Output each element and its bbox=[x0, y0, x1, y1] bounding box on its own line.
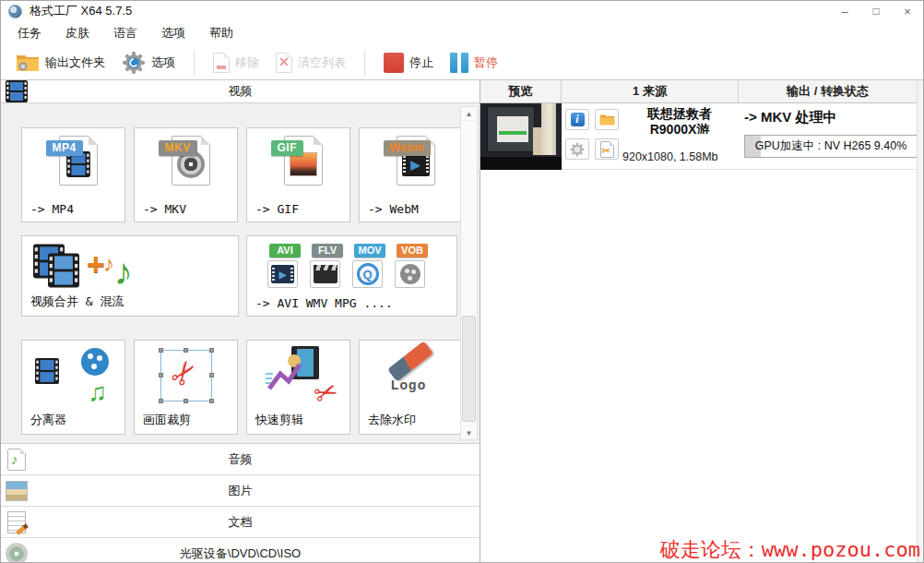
stop-button[interactable]: 停止 bbox=[380, 51, 437, 75]
section-picture-label: 图片 bbox=[1, 483, 480, 499]
webm-file-icon: Webm ▶ bbox=[384, 136, 439, 193]
tile-remove-watermark[interactable]: Logo 去除水印 bbox=[359, 340, 463, 435]
clear-list-button[interactable]: ✕ 清空列表 bbox=[272, 51, 349, 75]
title-bar: 格式工厂 X64 5.7.5 – □ × bbox=[1, 1, 923, 21]
task-action-buttons: i bbox=[562, 103, 621, 169]
mkv-badge: MKV bbox=[159, 140, 197, 156]
remove-button[interactable]: 移除 bbox=[209, 51, 263, 75]
menu-skin[interactable]: 皮肤 bbox=[65, 25, 89, 42]
close-button[interactable]: × bbox=[892, 1, 923, 21]
output-folder-icon bbox=[16, 54, 40, 72]
video-scrollbar[interactable]: ▲ ▼ bbox=[460, 106, 478, 440]
output-cell: -> MKV 处理中 GPU加速中 : NV H265 9.40% bbox=[739, 103, 923, 169]
quicktime-icon: Q bbox=[357, 263, 379, 285]
mp4-badge: MP4 bbox=[46, 140, 83, 156]
menu-help[interactable]: 帮助 bbox=[209, 25, 233, 42]
crop-selection-icon: ✂ bbox=[160, 350, 212, 401]
section-video[interactable]: 视频 bbox=[1, 80, 480, 103]
flv-badge: FLV bbox=[312, 244, 343, 258]
tile-to-gif[interactable]: GIF -> GIF bbox=[246, 127, 350, 222]
pause-button[interactable]: 暂停 bbox=[446, 51, 502, 75]
music-notes-icon: ♫ bbox=[88, 377, 107, 407]
task-list-scrollbar-area[interactable] bbox=[917, 80, 923, 562]
merge-icon: +♪♪ bbox=[33, 244, 227, 292]
mp4-file-icon: MP4 bbox=[46, 136, 101, 193]
tile-label: 画面裁剪 bbox=[143, 412, 191, 428]
tile-label: -> MP4 bbox=[30, 202, 74, 216]
film-player-icon: ▶ bbox=[271, 265, 294, 283]
scroll-up-icon[interactable]: ▲ bbox=[461, 107, 477, 121]
source-media-info: 920x1080, 1.58Mb bbox=[622, 150, 718, 163]
section-optical-label: 光驱设备\DVD\CD\ISO bbox=[1, 545, 480, 562]
tile-label: -> MKV bbox=[143, 202, 186, 216]
remove-label: 移除 bbox=[235, 54, 259, 71]
play-icon: ▶ bbox=[411, 158, 421, 172]
info-icon: i bbox=[571, 113, 585, 126]
tile-label: -> WebM bbox=[368, 202, 419, 216]
menu-language[interactable]: 语言 bbox=[113, 25, 137, 42]
tile-to-webm[interactable]: Webm ▶ -> WebM bbox=[359, 127, 463, 222]
section-optical-drive[interactable]: 光驱设备\DVD\CD\ISO bbox=[1, 538, 480, 563]
film-reel-icon bbox=[400, 264, 421, 284]
column-preview: 预览 bbox=[480, 80, 562, 102]
tile-video-merge-mux[interactable]: +♪♪ 视频合并 & 混流 bbox=[21, 235, 239, 317]
tile-to-mkv[interactable]: MKV -> MKV bbox=[134, 127, 238, 222]
stop-icon bbox=[384, 53, 404, 73]
pause-icon bbox=[450, 53, 468, 73]
options-button[interactable]: 选项 bbox=[118, 49, 179, 77]
tile-to-mp4[interactable]: MP4 -> MP4 bbox=[21, 127, 125, 222]
clip-document-icon: ✂ bbox=[600, 141, 614, 158]
gif-file-icon: GIF bbox=[271, 136, 326, 193]
clear-list-label: 清空列表 bbox=[298, 54, 346, 71]
open-folder-button[interactable] bbox=[595, 109, 619, 130]
plus-icon: + bbox=[87, 246, 105, 282]
tile-label: 分离器 bbox=[30, 412, 66, 428]
pause-label: 暂停 bbox=[474, 54, 498, 71]
toolbar-separator bbox=[364, 50, 365, 76]
video-tiles-area: MP4 -> MP4 bbox=[1, 103, 480, 444]
column-source: 1 来源 bbox=[562, 80, 739, 102]
menu-bar: 任务 皮肤 语言 选项 帮助 bbox=[1, 21, 923, 45]
reel-icon bbox=[81, 348, 109, 376]
tile-quick-clip[interactable]: ✂ 快速剪辑 bbox=[246, 340, 350, 435]
tile-label: -> AVI WMV MPG .... bbox=[255, 296, 393, 310]
output-folder-button[interactable]: 输出文件夹 bbox=[12, 52, 109, 74]
clear-list-icon: ✕ bbox=[276, 53, 292, 73]
tile-label: -> GIF bbox=[255, 202, 299, 216]
section-audio-label: 音频 bbox=[1, 451, 480, 468]
app-icon bbox=[8, 5, 22, 18]
tile-label: 快速剪辑 bbox=[255, 412, 303, 428]
menu-task[interactable]: 任务 bbox=[18, 25, 41, 42]
output-folder-label: 输出文件夹 bbox=[45, 54, 105, 71]
tile-crop[interactable]: ✂ 画面裁剪 bbox=[134, 340, 238, 435]
section-document-label: 文档 bbox=[1, 514, 480, 531]
scrollbar-thumb[interactable] bbox=[462, 316, 476, 422]
section-audio[interactable]: ♪ 音频 bbox=[1, 444, 480, 475]
section-video-label: 视频 bbox=[1, 83, 480, 100]
task-list-header: 预览 1 来源 输出 / 转换状态 bbox=[480, 80, 923, 103]
scissors-icon: ✂ bbox=[310, 374, 343, 412]
options-gear-icon bbox=[122, 51, 146, 75]
media-info-button[interactable]: i bbox=[565, 109, 589, 130]
clip-button[interactable]: ✂ bbox=[595, 138, 619, 160]
preview-thumbnail[interactable] bbox=[480, 103, 562, 170]
section-picture[interactable]: 图片 bbox=[1, 475, 480, 507]
quick-clip-icon: ✂ bbox=[264, 346, 338, 403]
tile-to-avi-wmv-mpg[interactable]: AVI FLV MOV VOB ▶ Q -> AVI WMV MPG .... bbox=[246, 235, 457, 317]
format-icons: ▶ Q bbox=[267, 260, 425, 288]
progress-text: GPU加速中 : NV H265 9.40% bbox=[745, 136, 917, 157]
splitter-icon: ♫ bbox=[35, 348, 114, 403]
task-row[interactable]: i bbox=[480, 103, 923, 170]
source-cell: 联想拯救者 R9000X游 920x1080, 1.58Mb bbox=[621, 103, 739, 169]
minimize-button[interactable]: – bbox=[829, 1, 860, 21]
menu-options[interactable]: 选项 bbox=[161, 25, 185, 42]
section-document[interactable]: 文档 bbox=[1, 507, 480, 538]
task-settings-button[interactable] bbox=[565, 138, 589, 160]
tile-splitter[interactable]: ♫ 分离器 bbox=[21, 340, 125, 435]
scroll-down-icon[interactable]: ▼ bbox=[461, 425, 477, 439]
mov-badge: MOV bbox=[354, 244, 385, 258]
category-panel: 视频 MP4 bbox=[1, 80, 480, 562]
window-title: 格式工厂 X64 5.7.5 bbox=[30, 3, 132, 19]
music-note-small-icon: ♪ bbox=[103, 251, 114, 276]
maximize-button[interactable]: □ bbox=[860, 1, 892, 21]
